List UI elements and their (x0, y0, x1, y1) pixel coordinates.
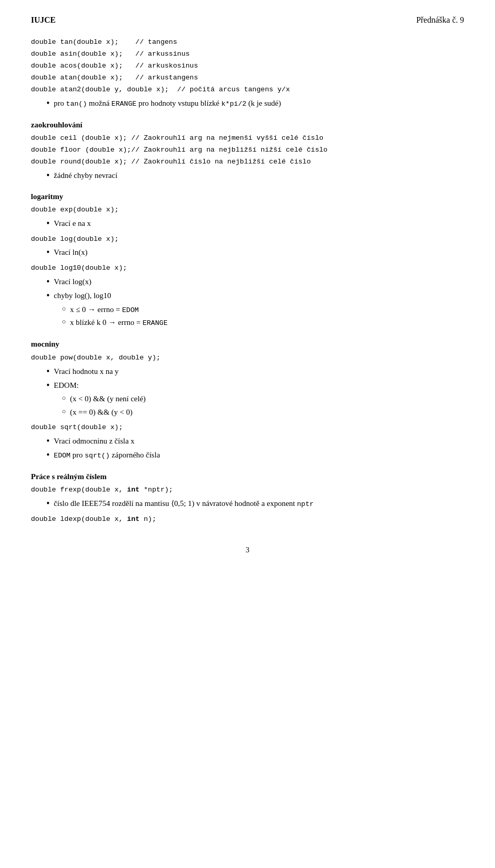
real-bullet1: • číslo dle IEEE754 rozdělí na mantisu ⟨… (46, 498, 464, 510)
bullet-dot-trig: • (46, 97, 50, 109)
bullet-dot-frexp: • (46, 498, 50, 510)
pow-bullet4: • EDOM pro sqrt() záporného čísla (46, 449, 464, 462)
bullet-dot-log10: • (46, 276, 50, 288)
header-title-left: IUJCE (31, 15, 56, 25)
code-log10: double log10(double x); (31, 263, 464, 274)
bullet-dot-zaokr: • (46, 170, 50, 182)
code-exp: double exp(double x); (31, 205, 464, 216)
pow-bullet1-text: Vrací hodnotu x na y (54, 366, 119, 378)
log-section: logaritmy double exp(double x); • Vrací … (31, 191, 464, 329)
code-round: double round(double x); // Zaokrouhlí čí… (31, 157, 464, 168)
pow-sub1: ○ (x < 0) && (y není celé) (62, 393, 464, 405)
zaokr-section: zaokrouhlování double ceil (double x); /… (31, 119, 464, 168)
log-heading: logaritmy (31, 191, 464, 203)
log-bullet2: • Vrací ln(x) (46, 247, 464, 258)
code-pow: double pow(double x, double y); (31, 353, 464, 364)
pow-bullet1: • Vrací hodnotu x na y (46, 366, 464, 378)
code-atan: double atan(double x); // arkustangens (31, 73, 464, 84)
pow-bullet2: • EDOM: (46, 380, 464, 391)
code-floor: double floor (double x);// Zaokrouhlí ar… (31, 145, 464, 156)
zaokr-bullet-text: žádné chyby nevrací (54, 170, 117, 182)
pow-heading: mocniny (31, 338, 464, 350)
code-frexp: double frexp(double x, int *nptr); (31, 485, 464, 496)
code-atan2: double atan2(double y, double x); // poč… (31, 85, 464, 95)
code-tan: double tan(double x); // tangens (31, 37, 464, 48)
pow-bullet3: • Vrací odmocninu z čísla x (46, 435, 464, 447)
sub-dot-pow1: ○ (62, 393, 66, 403)
bullet-dot-pow1: • (46, 366, 50, 378)
page-header: IUJCE Přednáška č. 9 (31, 15, 464, 25)
sub-dot-log1: ○ (62, 304, 66, 314)
header-title-right: Přednáška č. 9 (416, 15, 464, 25)
code-asin: double asin(double x); // arkussinus (31, 49, 464, 60)
pow-bullet4-text: EDOM pro sqrt() záporného čísla (54, 449, 160, 462)
page-number: 3 (31, 546, 464, 554)
code-acos: double acos(double x); // arkuskosinus (31, 61, 464, 72)
log-bullet1-text: Vrací e na x (54, 218, 91, 230)
bullet-dot-exp: • (46, 218, 50, 230)
log-bullet2-text: Vrací ln(x) (54, 247, 87, 258)
code-log: double log(double x); (31, 234, 464, 245)
real-heading: Práce s reálným číslem (31, 471, 464, 483)
bullet-dot-pow4: • (46, 449, 50, 461)
log-bullet4: • chyby log(), log10 (46, 290, 464, 302)
pow-section: mocniny double pow(double x, double y); … (31, 338, 464, 462)
pow-bullet3-text: Vrací odmocninu z čísla x (54, 435, 135, 447)
zaokr-heading: zaokrouhlování (31, 119, 464, 131)
zaokr-bullet: • žádné chyby nevrací (46, 170, 464, 182)
log-bullet3: • Vrací log(x) (46, 276, 464, 288)
log-sub2: ○ x blízké k 0 → errno = ERANGE (62, 317, 464, 329)
real-section: Práce s reálným číslem double frexp(doub… (31, 471, 464, 525)
bullet-dot-log: • (46, 247, 50, 258)
code-ceil: double ceil (double x); // Zaokrouhlí ar… (31, 133, 464, 144)
bullet-dot-pow2: • (46, 380, 50, 391)
sub-dot-pow2: ○ (62, 406, 66, 417)
trig-note-text: pro tan() možná ERANGE pro hodnoty vstup… (54, 97, 281, 110)
code-sqrt: double sqrt(double x); (31, 422, 464, 433)
pow-sub1-text: (x < 0) && (y není celé) (70, 393, 146, 405)
real-bullet1-text: číslo dle IEEE754 rozdělí na mantisu ⟨0,… (54, 498, 314, 510)
main-content: double tan(double x); // tangens double … (31, 37, 464, 525)
log-sub1-text: x ≤ 0 → errno = EDOM (70, 304, 139, 316)
pow-sub2: ○ (x == 0) && (y < 0) (62, 406, 464, 418)
log-bullet1: • Vrací e na x (46, 218, 464, 230)
bullet-dot-logchyby: • (46, 290, 50, 302)
pow-bullet2-text: EDOM: (54, 380, 78, 391)
log-bullet4-text: chyby log(), log10 (54, 290, 111, 302)
trig-section: double tan(double x); // tangens double … (31, 37, 464, 95)
bullet-dot-pow3: • (46, 435, 50, 447)
log-bullet3-text: Vrací log(x) (54, 276, 91, 288)
log-sub1: ○ x ≤ 0 → errno = EDOM (62, 304, 464, 316)
log-sub2-text: x blízké k 0 → errno = ERANGE (70, 317, 168, 329)
code-ldexp: double ldexp(double x, int n); (31, 514, 464, 525)
sub-dot-log2: ○ (62, 317, 66, 327)
trig-note: • pro tan() možná ERANGE pro hodnoty vst… (46, 97, 464, 110)
pow-sub2-text: (x == 0) && (y < 0) (70, 406, 133, 418)
